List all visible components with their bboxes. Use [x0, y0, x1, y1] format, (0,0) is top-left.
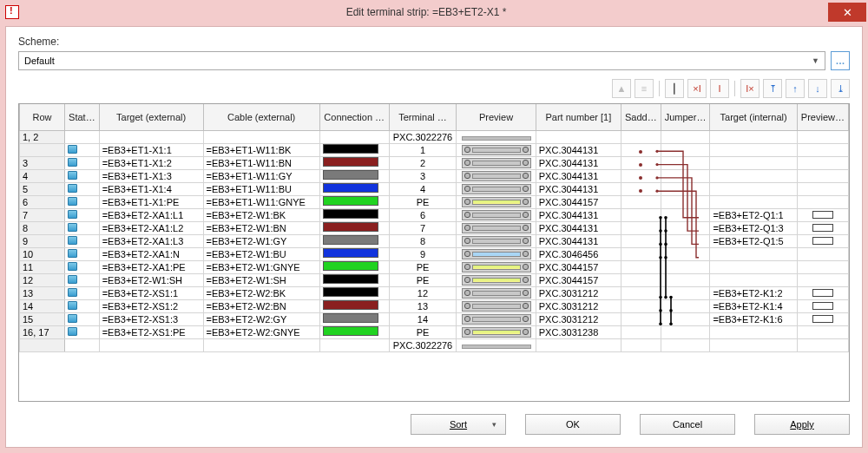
preview-internal-cell — [797, 130, 848, 143]
column-header[interactable]: Stat… — [65, 104, 100, 130]
part-number: PXC.3044157 — [536, 260, 621, 273]
table-row[interactable]: 16, 17=EB3+ET2-XS1:PE=EB3+ET2-W2:GNYEPEP… — [20, 325, 849, 338]
table-row[interactable]: 5=EB3+ET1-X1:4=EB3+ET1-W11:BU4PXC.304413… — [20, 182, 849, 195]
table-row[interactable]: 13=EB3+ET2-XS1:1=EB3+ET2-W2:BK12PXC.3031… — [20, 286, 849, 299]
column-header[interactable]: Jumper… — [661, 104, 710, 130]
cable-external: =EB3+ET2-W2:GNYE — [203, 325, 319, 338]
connection-cell — [319, 221, 389, 234]
column-header[interactable]: Preview… — [797, 104, 848, 130]
table-row[interactable]: 14=EB3+ET2-XS1:2=EB3+ET2-W2:BN13PXC.3031… — [20, 299, 849, 312]
connection-color-swatch — [323, 235, 378, 245]
tool-merge-icon[interactable]: I — [710, 79, 729, 98]
tool-move-top-icon[interactable]: ⤒ — [763, 79, 782, 98]
ok-button[interactable]: OK — [525, 414, 621, 435]
table-row[interactable]: 10=EB3+ET2-XA1:N=EB3+ET2-W1:BU9PXC.30464… — [20, 247, 849, 260]
column-header[interactable]: Row — [20, 104, 65, 130]
column-header[interactable]: Cable (external) — [203, 104, 319, 130]
target-external: =EB3+ET2-XA1:L2 — [99, 221, 203, 234]
cable-external: =EB3+ET1-W11:GY — [203, 169, 319, 182]
tool-move-bottom-icon[interactable]: ⤓ — [831, 79, 850, 98]
status-icon — [68, 184, 77, 193]
column-header[interactable]: Connection … — [319, 104, 389, 130]
connection-color-swatch — [323, 300, 378, 310]
column-header[interactable]: Target (internal) — [710, 104, 797, 130]
preview-internal-cell — [797, 312, 848, 325]
cancel-button[interactable]: Cancel — [640, 414, 735, 435]
status-cell — [65, 143, 100, 156]
scheme-select[interactable]: Default ▼ — [18, 51, 825, 70]
connection-color-swatch — [323, 170, 378, 180]
preview-terminal-icon — [462, 184, 531, 194]
table-row[interactable]: 11=EB3+ET2-XA1:PE=EB3+ET2-W1:GNYEPEPXC.3… — [20, 260, 849, 273]
connection-cell — [319, 286, 389, 299]
preview-internal-cell — [797, 143, 848, 156]
target-external: =EB3+ET1-X1:PE — [99, 195, 203, 208]
terminal-desig: PE — [389, 325, 457, 338]
terminal-desig: PXC.3022276 — [389, 338, 457, 351]
tool-line-icon[interactable]: ≡ — [635, 79, 654, 98]
preview-terminal-icon — [462, 210, 531, 220]
table-row[interactable]: 12=EB3+ET2-W1:SH=EB3+ET2-W1:SHPEPXC.3044… — [20, 273, 849, 286]
status-cell — [65, 208, 100, 221]
table-row[interactable]: 8=EB3+ET2-XA1:L2=EB3+ET2-W1:BN7PXC.30441… — [20, 221, 849, 234]
connection-cell — [319, 247, 389, 260]
terminal-desig: 9 — [389, 247, 457, 260]
tool-delete-row-icon[interactable]: I× — [740, 79, 760, 98]
table-row[interactable]: 4=EB3+ET1-X1:3=EB3+ET1-W11:GY3PXC.304413… — [20, 169, 849, 182]
table-row[interactable]: PXC.3022276 — [20, 338, 849, 351]
jumper-cell — [661, 234, 710, 247]
table-row[interactable]: =EB3+ET1-X1:1=EB3+ET1-W11:BK1PXC.3044131 — [20, 143, 849, 156]
target-internal — [710, 325, 797, 338]
preview-internal-icon — [812, 302, 833, 310]
column-header[interactable]: Target (external) — [99, 104, 203, 130]
column-header[interactable]: Terminal … — [389, 104, 457, 130]
apply-button[interactable]: Apply — [754, 414, 850, 435]
jumper-cell — [661, 338, 710, 351]
terminal-table-wrap[interactable]: RowStat…Target (external)Cable (external… — [18, 103, 850, 402]
tool-unfreeze-icon[interactable]: ▲ — [612, 79, 631, 98]
column-header[interactable]: Preview — [457, 104, 536, 130]
table-row[interactable]: 7=EB3+ET2-XA1:L1=EB3+ET2-W1:BK6PXC.30441… — [20, 208, 849, 221]
target-external: =EB3+ET2-XS1:2 — [99, 299, 203, 312]
target-internal: =EB3+ET2-Q1:3 — [710, 221, 797, 234]
table-row[interactable]: 6=EB3+ET1-X1:PE=EB3+ET1-W11:GNYEPEPXC.30… — [20, 195, 849, 208]
preview-internal-cell — [797, 299, 848, 312]
cable-external — [203, 338, 319, 351]
tool-delete-x-icon[interactable]: ×I — [687, 79, 707, 98]
table-row[interactable]: 1, 2PXC.3022276 — [20, 130, 849, 143]
terminal-desig: 4 — [389, 182, 457, 195]
column-header[interactable]: Part number [1] — [536, 104, 621, 130]
saddle-cell — [621, 260, 661, 273]
table-row[interactable]: 9=EB3+ET2-XA1:L3=EB3+ET2-W1:GY8PXC.30441… — [20, 234, 849, 247]
part-number: PXC.3031212 — [536, 286, 621, 299]
terminal-desig: PE — [389, 273, 457, 286]
preview-cell — [457, 130, 536, 143]
target-internal — [710, 169, 797, 182]
target-external: =EB3+ET2-XS1:1 — [99, 286, 203, 299]
target-external: =EB3+ET1-X1:4 — [99, 182, 203, 195]
saddle-cell — [621, 299, 661, 312]
titlebar: Edit terminal strip: =EB3+ET2-X1 * ✕ — [0, 0, 868, 24]
connection-cell — [319, 208, 389, 221]
status-icon — [68, 275, 77, 284]
saddle-cell — [621, 247, 661, 260]
cable-external: =EB3+ET2-W2:BN — [203, 299, 319, 312]
column-header[interactable]: Sadd… — [621, 104, 661, 130]
preview-terminal-icon — [462, 275, 531, 286]
connection-color-swatch — [323, 274, 378, 284]
terminal-desig: 14 — [389, 312, 457, 325]
cable-external: =EB3+ET2-W1:BN — [203, 221, 319, 234]
close-button[interactable]: ✕ — [828, 3, 866, 22]
part-number: PXC.3044131 — [536, 221, 621, 234]
part-number: PXC.3044131 — [536, 182, 621, 195]
tool-move-down-icon[interactable]: ↓ — [808, 79, 827, 98]
saddle-dot-icon — [639, 163, 642, 167]
tool-move-up-icon[interactable]: ↑ — [786, 79, 805, 98]
table-row[interactable]: 3=EB3+ET1-X1:2=EB3+ET1-W11:BN2PXC.304413… — [20, 156, 849, 169]
sort-button[interactable]: Sort — [411, 414, 506, 435]
preview-cell — [457, 169, 536, 182]
scheme-more-button[interactable]: … — [831, 51, 850, 70]
preview-terminal-icon — [462, 197, 531, 207]
tool-split-icon[interactable]: ⎮ — [665, 79, 684, 98]
table-row[interactable]: 15=EB3+ET2-XS1:3=EB3+ET2-W2:GY14PXC.3031… — [20, 312, 849, 325]
